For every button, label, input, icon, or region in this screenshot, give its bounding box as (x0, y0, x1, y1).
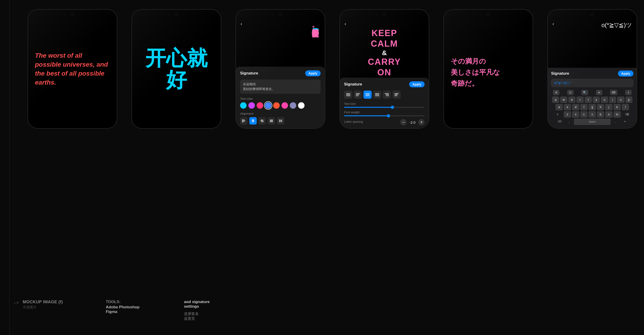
phone3-signature-label: Signature (240, 71, 258, 76)
key-q[interactable]: q (552, 96, 559, 103)
phone4-font-weight-thumb[interactable] (387, 114, 390, 117)
color-dot-orange[interactable] (273, 102, 280, 109)
phone2-chinese-text: 开心就好 (136, 47, 216, 91)
key-space[interactable]: space (574, 119, 611, 125)
phone4-text-size-thumb[interactable] (391, 106, 394, 109)
key-o[interactable]: o (617, 96, 624, 103)
phone4-font-weight-track[interactable] (344, 115, 424, 116)
phone1-quote-text: The worst of all possible universes, and… (35, 51, 110, 87)
phone4-signature-label: Signature (344, 82, 362, 87)
key-w[interactable]: w (560, 96, 567, 103)
kb-btn-1[interactable]: ⊞ (553, 90, 559, 95)
color-dot-hotpink[interactable] (282, 102, 288, 109)
key-y[interactable]: y (593, 96, 600, 103)
color-dot-lavender[interactable] (290, 102, 296, 109)
key-h[interactable]: h (597, 104, 604, 110)
color-dot-pink[interactable] (257, 102, 263, 109)
phone4-align-4[interactable] (373, 90, 381, 99)
phone4-align-5[interactable] (383, 90, 391, 99)
phone4-font-weight-fill (344, 115, 388, 116)
svg-rect-18 (281, 122, 282, 122)
svg-rect-2 (243, 121, 245, 121)
key-x[interactable]: x (572, 111, 579, 118)
align-right[interactable] (258, 117, 266, 125)
phone4-align-1[interactable] (344, 90, 352, 99)
phone1-content: The worst of all possible universes, and… (28, 10, 117, 128)
phone4-align-3-active[interactable] (364, 90, 372, 99)
key-e[interactable]: e (568, 96, 576, 103)
key-i[interactable]: i (609, 96, 616, 103)
key-f[interactable]: f (580, 104, 588, 110)
key-z[interactable]: z (564, 111, 571, 118)
key-g[interactable]: g (588, 104, 596, 110)
phone4-apply-button[interactable]: Apply (409, 81, 424, 87)
key-r[interactable]: r (576, 96, 584, 103)
align-left-vert[interactable] (240, 117, 248, 125)
phone4-text-size-label: Text size (344, 102, 424, 105)
svg-rect-7 (252, 122, 254, 122)
key-comma[interactable]: , (566, 119, 573, 125)
key-k[interactable]: k (614, 104, 621, 110)
kb-btn-4[interactable]: ⊕ (596, 90, 602, 95)
phone4-content: KEEP CALM & CARRY ON (340, 10, 429, 78)
key-t[interactable]: t (585, 96, 592, 103)
phone4-back-arrow[interactable]: ‹ (344, 21, 346, 26)
phones-row: The worst of all possible universes, and… (28, 9, 637, 129)
phone4-align-2[interactable] (354, 90, 362, 99)
svg-rect-0 (242, 119, 243, 122)
color-dot-purple[interactable] (248, 102, 255, 109)
phone4-align-6[interactable] (392, 90, 401, 99)
phone4-ls-plus[interactable]: + (418, 119, 424, 125)
kb-btn-5[interactable]: ⌨ (610, 90, 617, 95)
color-dot-cyan[interactable] (240, 102, 246, 109)
phone1-notch (71, 13, 74, 16)
key-u[interactable]: u (601, 96, 608, 103)
key-b[interactable]: b (597, 111, 604, 118)
key-shift[interactable]: ⇧ (552, 111, 563, 118)
phone3-screen: ‹ 永远相信 美好的事情即将 发生。 Signature Apply (236, 10, 325, 128)
phone4-settings-header: Signature Apply (344, 81, 424, 87)
phone4-notch (383, 13, 386, 16)
phone6-keyboard-rows: q w e r t y u i o p a (551, 96, 634, 126)
key-backspace[interactable]: ⌫ (622, 111, 632, 118)
key-n[interactable]: n (605, 111, 612, 118)
key-l[interactable]: l (622, 104, 629, 110)
project-sub1: settings (184, 304, 210, 309)
key-period[interactable]: . (612, 119, 619, 125)
project-sub2: 息屏签名 (184, 312, 210, 316)
align-justify[interactable] (268, 117, 275, 125)
color-dot-blue[interactable] (265, 102, 272, 109)
key-a[interactable]: a (556, 104, 563, 110)
phone3-apply-button[interactable]: Apply (305, 70, 320, 76)
phone3-input-line1: 永远相信 (243, 82, 318, 87)
key-123[interactable]: 123 (554, 119, 565, 125)
align-center[interactable] (249, 117, 257, 125)
align-spread[interactable] (277, 117, 284, 125)
color-dot-white[interactable] (298, 102, 304, 109)
key-m[interactable]: m (614, 111, 621, 118)
mockup-label: MOCKUP IMAGE (f) (23, 300, 63, 305)
key-c[interactable]: c (580, 111, 588, 118)
phone4-letter-spacing-label: Letter spacing (344, 120, 363, 123)
phone4-text-size-track[interactable] (344, 107, 424, 108)
key-j[interactable]: j (605, 104, 612, 110)
phone6-back-arrow[interactable]: ‹ (552, 21, 554, 26)
kb-btn-chevron[interactable]: ∨ (625, 90, 632, 95)
phone6-apply-button[interactable]: Apply (618, 70, 634, 76)
phone4-ls-value: -2.0 (410, 120, 416, 124)
phone3-text-input[interactable]: 永远相信 美好的事情即将发生。 (240, 79, 320, 94)
phone4-ls-controls: − -2.0 + (400, 119, 424, 125)
kb-btn-search[interactable]: 🔍 (581, 90, 588, 95)
key-p[interactable]: p (625, 96, 632, 103)
key-return[interactable]: ↵ (620, 119, 630, 125)
phone5-japanese-text: その満月の 美しさは平凡な 奇跡だ。 (451, 56, 500, 89)
kb-btn-2[interactable]: ⊡ (567, 90, 574, 95)
phone-4: ‹ KEEP CALM & CARRY ON Signature Apply (340, 9, 429, 129)
phone3-back-arrow[interactable]: ‹ (240, 21, 242, 26)
key-v[interactable]: v (588, 111, 596, 118)
key-d[interactable]: d (572, 104, 579, 110)
phone4-ls-minus[interactable]: − (400, 119, 407, 125)
phone6-input-field[interactable]: o(*≧▽≦)ツ (551, 79, 634, 87)
phone3-settings-header: Signature Apply (240, 70, 320, 76)
key-s[interactable]: s (564, 104, 571, 110)
